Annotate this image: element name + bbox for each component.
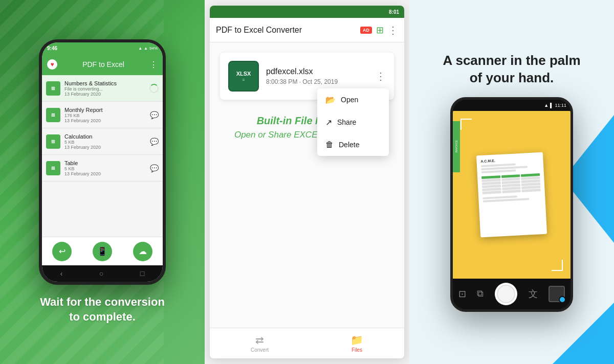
file-action-2: 💬	[150, 111, 159, 119]
right-section: A scanner in the palm of your hand. ▲ ▌ …	[409, 0, 614, 364]
open-icon: 📂	[325, 95, 336, 105]
file-info-3: Calculation 5 KB 13 February 2020	[64, 133, 146, 150]
file-date-1: 13 February 2020	[64, 92, 145, 97]
delete-icon: 🗑	[325, 140, 334, 149]
file-sub-3: 5 KB	[64, 140, 146, 145]
file-card-name: pdfexcel.xlsx	[266, 67, 368, 76]
file-name-2: Monthly Report	[64, 107, 146, 113]
status-icons-left: ▲ ▲ 94%	[138, 46, 158, 51]
shutter-button[interactable]	[495, 283, 517, 305]
nav-home-btn[interactable]: ○	[99, 269, 103, 278]
files-label: Files	[352, 347, 362, 353]
file-icon-1: ⊞	[46, 81, 60, 96]
status-time-mid: 8:01	[389, 9, 399, 15]
gallery-icon[interactable]: ⧉	[477, 288, 484, 299]
file-date-3: 13 February 2020	[64, 145, 146, 150]
context-open[interactable]: 📂 Open	[317, 88, 389, 111]
camera-viewfinder: INVOICE A.C.M.E.	[453, 111, 571, 279]
file-list: ⊞ Numbers & Statistics File is convertin…	[42, 75, 163, 237]
file-item-3[interactable]: ⊞ Calculation 5 KB 13 February 2020 💬	[42, 128, 163, 155]
phone-screen-right: ▲ ▌ 11:11 INVOICE A.C.M.E.	[453, 100, 571, 309]
context-share[interactable]: ↗ Share	[317, 111, 389, 133]
file-icon-4: ⊞	[46, 161, 60, 175]
file-name-4: Table	[64, 160, 146, 166]
convert-label: Convert	[251, 347, 269, 353]
mid-content: XLSX ≡ pdfexcel.xlsx 8:00:38 PM · Oct 25…	[210, 42, 404, 328]
file-card-date: 8:00:38 PM · Oct 25, 2019	[266, 78, 368, 85]
file-card-info: pdfexcel.xlsx 8:00:38 PM · Oct 25, 2019	[266, 67, 368, 85]
signal-icon: ▲	[144, 46, 148, 51]
file-date-2: 13 February 2020	[64, 118, 146, 123]
file-info-2: Monthly Report 176 KB 13 February 2020	[64, 107, 146, 123]
left-caption: Wait for the conversion to complete.	[40, 295, 165, 324]
right-title: A scanner in the palm of your hand.	[443, 52, 580, 87]
middle-section: 8:01 PDF to Excel Converter AD ⊞ ⋮ XLSX …	[205, 0, 409, 364]
context-delete[interactable]: 🗑 Delete	[317, 133, 389, 156]
context-menu: 📂 Open ↗ Share 🗑 Delete	[317, 88, 389, 156]
action-btn-cloud[interactable]: ☁	[133, 242, 152, 261]
camera-controls: ⊡ ⧉ 文	[453, 279, 571, 309]
ad-badge[interactable]: AD	[360, 27, 372, 34]
middle-phone: 8:01 PDF to Excel Converter AD ⊞ ⋮ XLSX …	[210, 6, 404, 358]
file-spinner-1	[149, 84, 159, 93]
more-icon[interactable]: ⋮	[388, 24, 398, 36]
right-title-line1: A scanner in the palm	[443, 53, 580, 68]
xlsx-icon: XLSX ≡	[228, 61, 259, 92]
left-section: 9:46 ▲ ▲ 94% ♥ PDF to Excel ⋮	[0, 0, 205, 364]
file-item-4[interactable]: ⊞ Table 5 KB 13 February 2020 💬	[42, 155, 163, 181]
file-item-1[interactable]: ⊞ Numbers & Statistics File is convertin…	[42, 75, 163, 102]
mid-toolbar-title: PDF to Excel Converter	[216, 26, 355, 35]
file-name-3: Calculation	[64, 133, 146, 140]
status-bar-mid: 8:01	[210, 6, 404, 18]
file-info-4: Table 5 KB 13 February 2020	[64, 160, 146, 176]
file-icon-2: ⊞	[46, 108, 60, 122]
nav-recent-btn[interactable]: □	[140, 269, 144, 278]
file-sub-1: File is converting...	[64, 86, 145, 92]
toolbar-menu-icon[interactable]: ⋮	[149, 60, 158, 70]
thumbnail-preview[interactable]	[549, 286, 565, 302]
share-icon: ↗	[325, 118, 332, 127]
phone-bottom-bar: ↩ 📱 ☁	[42, 237, 163, 265]
delete-label: Delete	[339, 141, 359, 149]
caption-line2: to complete.	[69, 310, 136, 323]
phone-screen-left: 9:46 ▲ ▲ 94% ♥ PDF to Excel ⋮	[42, 42, 163, 282]
left-phone: 9:46 ▲ ▲ 94% ♥ PDF to Excel ⋮	[39, 39, 166, 285]
files-icon: 📁	[350, 334, 363, 346]
file-action-4: 💬	[150, 164, 159, 172]
battery-text: 94%	[149, 46, 158, 51]
scan-corner-overlay	[453, 111, 571, 279]
status-bar-left: 9:46 ▲ ▲ 94%	[42, 42, 163, 54]
scan-mode-icon[interactable]: ⊡	[458, 288, 466, 300]
file-card: XLSX ≡ pdfexcel.xlsx 8:00:38 PM · Oct 25…	[220, 53, 394, 100]
share-label: Share	[337, 118, 356, 126]
nav-convert[interactable]: ⇄ Convert	[251, 334, 269, 353]
file-sub-4: 5 KB	[64, 166, 146, 171]
mid-toolbar: PDF to Excel Converter AD ⊞ ⋮	[210, 18, 404, 42]
nav-files[interactable]: 📁 Files	[350, 334, 363, 353]
file-item-2[interactable]: ⊞ Monthly Report 176 KB 13 February 2020…	[42, 102, 163, 128]
file-info-1: Numbers & Statistics File is converting.…	[64, 80, 145, 97]
status-time-right: 11:11	[555, 103, 566, 108]
status-icons-right: ▲ ▌ 11:11	[544, 103, 566, 108]
nav-back-btn[interactable]: ‹	[60, 269, 63, 278]
wifi-icon: ▲	[138, 46, 142, 51]
file-date-4: 13 February 2020	[64, 171, 146, 176]
action-btn-phone[interactable]: 📱	[93, 242, 112, 261]
grid-icon[interactable]: ⊞	[376, 25, 384, 36]
status-bar-right: ▲ ▌ 11:11	[453, 100, 571, 111]
file-card-menu-icon[interactable]: ⋮	[376, 70, 386, 82]
battery-icon-right: ▌	[550, 103, 553, 108]
open-label: Open	[341, 96, 358, 104]
caption-line1: Wait for the conversion	[40, 295, 165, 308]
file-sub-2: 176 KB	[64, 113, 146, 118]
status-time-left: 9:46	[47, 46, 57, 51]
file-name-1: Numbers & Statistics	[64, 80, 145, 86]
phone-nav-bar: ‹ ○ □	[42, 265, 163, 282]
thumbnail-badge	[559, 296, 566, 303]
action-btn-arrow[interactable]: ↩	[52, 242, 72, 261]
text-mode-icon[interactable]: 文	[529, 288, 538, 300]
phone-frame-left: 9:46 ▲ ▲ 94% ♥ PDF to Excel ⋮	[39, 39, 166, 285]
file-action-3: 💬	[150, 138, 159, 146]
shutter-inner	[497, 285, 515, 303]
right-title-line2: of your hand.	[470, 70, 554, 85]
